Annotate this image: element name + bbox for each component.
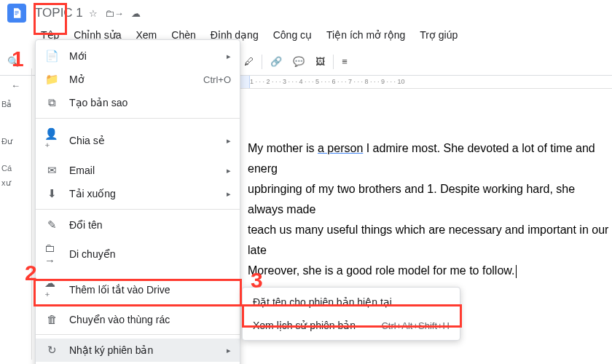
image-button[interactable]: 🖼	[311, 53, 329, 70]
comment-button[interactable]: 💬	[289, 53, 309, 70]
sm-item[interactable]: Xem lịch sử phiên bảnCtrl+Alt+Shift+H	[243, 314, 460, 337]
svg-rect-1	[15, 12, 18, 13]
sm-item[interactable]: Đặt tên cho phiên bản hiện tại	[243, 290, 460, 314]
title-actions: ☆ 🗀→ ☁	[89, 8, 141, 19]
align-button[interactable]: ≡	[337, 53, 352, 70]
dd-item[interactable]: 📁MởCtrl+O	[36, 68, 240, 91]
dd-item[interactable]: 🗀→Di chuyển	[36, 237, 240, 272]
dd-item[interactable]: 👤⁺Chia sẻ▸	[36, 122, 240, 159]
dd-item[interactable]: ✎Đổi tên	[36, 213, 240, 237]
header: TOPIC 1 ☆ 🗀→ ☁	[0, 0, 612, 26]
back-icon[interactable]: ←	[0, 74, 31, 97]
menu-item-icon: ⬇	[44, 187, 59, 200]
star-icon[interactable]: ☆	[89, 8, 98, 19]
version-submenu: Đặt tên cho phiên bản hiện tạiXem lịch s…	[242, 287, 460, 341]
menu-item-icon: 📁	[44, 73, 59, 86]
link-button[interactable]: 🔗	[266, 53, 286, 70]
dd-item[interactable]: ⬇Tải xuống▸	[36, 182, 240, 205]
menu-item-icon: 🗀→	[44, 242, 59, 266]
dd-item[interactable]: ☁⁺Thêm lối tắt vào Drive	[36, 272, 240, 308]
menu-item-icon: 🗑	[44, 313, 59, 325]
menu-item-icon: ✎	[44, 218, 59, 232]
menu-tools[interactable]: Công cụ	[267, 26, 318, 44]
svg-rect-2	[15, 14, 17, 15]
dd-item[interactable]: ✉Email▸	[36, 159, 240, 182]
svg-rect-0	[15, 11, 18, 12]
dd-item[interactable]: 📄Mới▸	[36, 44, 240, 68]
cloud-icon[interactable]: ☁	[131, 8, 141, 19]
menu-ext[interactable]: Tiện ích mở rộng	[321, 26, 411, 44]
menu-item-icon: ☁⁺	[44, 277, 59, 303]
highlight-button[interactable]: 🖊	[240, 53, 258, 70]
doc-title[interactable]: TOPIC 1	[35, 6, 83, 20]
menu-item-icon: 👤⁺	[44, 127, 59, 154]
menu-help[interactable]: Trợ giúp	[414, 26, 463, 44]
search-icon[interactable]: 🔍	[7, 56, 19, 67]
dd-item[interactable]: ↻Nhật ký phiên bản▸	[36, 339, 240, 362]
document-body[interactable]: My mother is a person I admire most. She…	[248, 138, 612, 281]
dd-item[interactable]: 🗑Chuyển vào thùng rác	[36, 308, 240, 331]
menu-item-icon: ↻	[44, 344, 59, 357]
menu-item-icon: 📄	[44, 50, 59, 63]
move-icon[interactable]: 🗀→	[105, 8, 124, 19]
menu-item-icon: ✉	[44, 164, 59, 177]
file-dropdown: 📄Mới▸📁MởCtrl+O⧉Tạo bản sao👤⁺Chia sẻ▸✉Ema…	[35, 39, 240, 364]
dd-item[interactable]: ⧉Tạo bản sao	[36, 91, 240, 114]
sidebar: ← Bả Đư Cá xư	[0, 68, 32, 360]
menu-item-icon: ⧉	[44, 96, 59, 109]
docs-logo[interactable]	[7, 4, 26, 23]
